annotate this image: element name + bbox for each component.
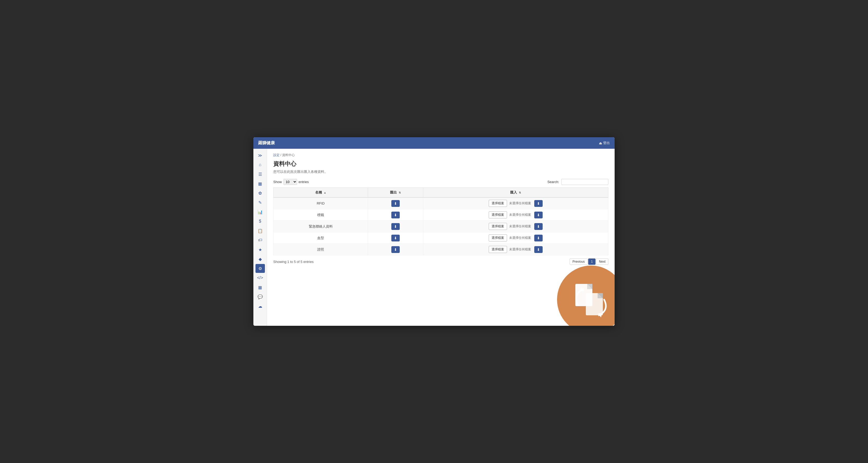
row-name: 血型: [274, 232, 368, 244]
breadcrumb-current: 資料中心: [282, 153, 295, 157]
sort-export-icon: ⇅: [399, 191, 401, 194]
sidebar-item-chart[interactable]: 📊: [255, 207, 265, 216]
show-label: Show: [273, 180, 282, 184]
import-upload-button[interactable]: ⬇: [534, 235, 542, 241]
no-file-label: 未選擇任何檔案: [509, 236, 531, 240]
sidebar-item-edit[interactable]: ✎: [255, 198, 265, 207]
col-name-header[interactable]: 名稱 ▲: [274, 188, 368, 198]
sidebar-item-star[interactable]: ★: [255, 245, 265, 254]
row-name: RFID: [274, 198, 368, 209]
sidebar-item-home[interactable]: ⌂: [255, 160, 265, 169]
page-title: 資料中心: [273, 160, 608, 168]
choose-file-button[interactable]: 選擇檔案: [489, 211, 507, 219]
sidebar: ≫ ⌂ ☰ ▦ ✿ ✎ 📊 $ 📋 🏷 ★ ◆ ⚙ </> ▦ 💬 ☁: [253, 149, 267, 326]
app-title: 羅獅健康: [258, 140, 275, 146]
search-row: Search:: [547, 179, 608, 185]
row-import: 選擇檔案未選擇任何檔案⬇: [423, 221, 608, 232]
row-name: 證照: [274, 244, 368, 255]
import-cell: 選擇檔案未選擇任何檔案⬇: [427, 211, 604, 219]
no-file-label: 未選擇任何檔案: [509, 247, 531, 252]
logout-button[interactable]: ⏏ 登出: [599, 141, 610, 145]
page-1-button[interactable]: 1: [588, 258, 596, 265]
sidebar-item-calendar[interactable]: ▦: [255, 179, 265, 188]
table-row: 血型⬇選擇檔案未選擇任何檔案⬇: [274, 232, 608, 244]
import-cell: 選擇檔案未選擇任何檔案⬇: [427, 200, 604, 207]
previous-button[interactable]: Previous: [569, 258, 588, 265]
data-table: 名稱 ▲ 匯出 ⇅ 匯入: [273, 187, 608, 255]
import-cell: 選擇檔案未選擇任何檔案⬇: [427, 234, 604, 241]
sidebar-item-clipboard[interactable]: 📋: [255, 226, 265, 235]
table-row: 緊急聯絡人資料⬇選擇檔案未選擇任何檔案⬇: [274, 221, 608, 232]
next-button[interactable]: Next: [596, 258, 608, 265]
topbar: 羅獅健康 ⏏ 登出: [253, 137, 615, 149]
row-export: ⬇: [368, 232, 423, 244]
sidebar-item-diamond[interactable]: ◆: [255, 255, 265, 263]
breadcrumb-parent[interactable]: 設定: [273, 153, 280, 157]
sidebar-item-grid[interactable]: ▦: [255, 283, 265, 292]
export-download-button[interactable]: ⬇: [391, 200, 400, 207]
row-name: 標籤: [274, 209, 368, 221]
choose-file-button[interactable]: 選擇檔案: [489, 246, 507, 253]
row-name: 緊急聯絡人資料: [274, 221, 368, 232]
table-row: 證照⬇選擇檔案未選擇任何檔案⬇: [274, 244, 608, 255]
row-import: 選擇檔案未選擇任何檔案⬇: [423, 209, 608, 221]
entries-label: entries: [299, 180, 309, 184]
row-import: 選擇檔案未選擇任何檔案⬇: [423, 232, 608, 244]
import-upload-button[interactable]: ⬇: [534, 223, 542, 230]
export-download-button[interactable]: ⬇: [391, 211, 400, 219]
deco-icon: [570, 279, 612, 321]
toolbar-row: Show 10 25 50 100 entries Search:: [273, 179, 608, 185]
no-file-label: 未選擇任何檔案: [509, 224, 531, 229]
sidebar-item-tag[interactable]: 🏷: [255, 236, 265, 244]
pagination-summary: Showing 1 to 5 of 5 entries: [273, 260, 314, 264]
sidebar-item-code[interactable]: </>: [255, 273, 265, 282]
sidebar-item-chat[interactable]: 💬: [255, 292, 265, 301]
import-cell: 選擇檔案未選擇任何檔案⬇: [427, 223, 604, 230]
no-file-label: 未選擇任何檔案: [509, 201, 531, 206]
import-cell: 選擇檔案未選擇任何檔案⬇: [427, 246, 604, 253]
sidebar-item-gear[interactable]: ⚙: [255, 264, 265, 273]
sort-asc-icon: ▲: [324, 191, 327, 194]
row-export: ⬇: [368, 198, 423, 209]
row-export: ⬇: [368, 209, 423, 221]
table-row: 標籤⬇選擇檔案未選擇任何檔案⬇: [274, 209, 608, 221]
export-download-button[interactable]: ⬇: [391, 246, 400, 253]
sidebar-item-list[interactable]: ☰: [255, 170, 265, 179]
sort-import-icon: ⇅: [519, 191, 521, 194]
row-import: 選擇檔案未選擇任何檔案⬇: [423, 244, 608, 255]
app-window: 羅獅健康 ⏏ 登出 ≫ ⌂ ☰ ▦ ✿ ✎ 📊 $ 📋 🏷 ★ ◆ ⚙ </> …: [253, 137, 615, 326]
sidebar-item-collapse[interactable]: ≫: [255, 151, 265, 160]
table-row: RFID⬇選擇檔案未選擇任何檔案⬇: [274, 198, 608, 209]
sidebar-item-dollar[interactable]: $: [255, 217, 265, 226]
search-label: Search:: [547, 180, 559, 184]
sidebar-item-cloud[interactable]: ☁: [255, 302, 265, 311]
import-upload-button[interactable]: ⬇: [534, 246, 542, 253]
entries-select[interactable]: 10 25 50 100: [283, 179, 297, 185]
breadcrumb: 設定 / 資料中心: [273, 153, 608, 157]
row-export: ⬇: [368, 221, 423, 232]
col-export-header[interactable]: 匯出 ⇅: [368, 188, 423, 198]
show-entries: Show 10 25 50 100 entries: [273, 179, 309, 185]
table-header-row: 名稱 ▲ 匯出 ⇅ 匯入: [274, 188, 608, 198]
export-download-button[interactable]: ⬇: [391, 223, 400, 230]
export-download-button[interactable]: ⬇: [391, 235, 400, 241]
row-export: ⬇: [368, 244, 423, 255]
search-input[interactable]: [561, 179, 608, 185]
choose-file-button[interactable]: 選擇檔案: [489, 200, 507, 207]
import-upload-button[interactable]: ⬇: [534, 211, 542, 219]
pagination-buttons: Previous 1 Next: [569, 258, 608, 265]
col-import-header[interactable]: 匯入 ⇅: [423, 188, 608, 198]
choose-file-button[interactable]: 選擇檔案: [489, 223, 507, 230]
row-import: 選擇檔案未選擇任何檔案⬇: [423, 198, 608, 209]
page-subtitle: 您可以在此批次匯出匯入各種資料。: [273, 169, 608, 174]
import-upload-button[interactable]: ⬇: [534, 200, 542, 207]
pagination-row: Showing 1 to 5 of 5 entries Previous 1 N…: [273, 258, 608, 265]
no-file-label: 未選擇任何檔案: [509, 213, 531, 217]
choose-file-button[interactable]: 選擇檔案: [489, 234, 507, 241]
sidebar-item-flower[interactable]: ✿: [255, 189, 265, 198]
